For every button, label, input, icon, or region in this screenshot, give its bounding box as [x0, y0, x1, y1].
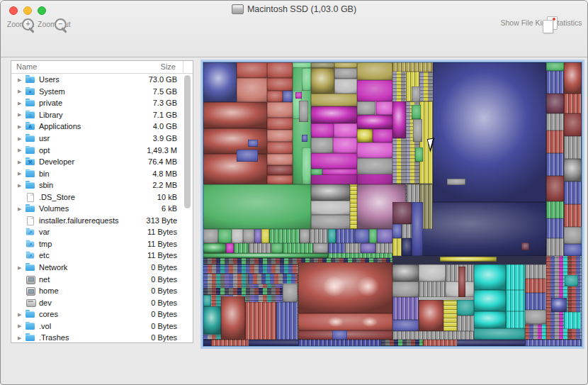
treemap-block[interactable]	[311, 169, 322, 175]
treemap-block[interactable]	[546, 153, 564, 176]
treemap-block[interactable]	[457, 300, 474, 316]
column-divider[interactable]	[183, 61, 183, 73]
treemap-block[interactable]	[311, 123, 334, 138]
treemap-block[interactable]	[345, 243, 360, 253]
treemap-block[interactable]	[295, 92, 302, 99]
scrollbar-thumb[interactable]	[184, 75, 191, 208]
treemap-block[interactable]	[525, 340, 582, 346]
treemap-block[interactable]	[311, 201, 351, 215]
treemap-block[interactable]	[564, 204, 582, 227]
treemap-block[interactable]	[357, 62, 392, 80]
list-item[interactable]: net0 Bytes	[11, 273, 193, 285]
treemap-block[interactable]	[525, 293, 546, 310]
treemap-block[interactable]	[392, 281, 419, 297]
treemap-block[interactable]	[564, 94, 582, 113]
treemap-block[interactable]	[249, 243, 271, 253]
list-item[interactable]: ▶private7.3 GB	[11, 97, 193, 109]
treemap-block[interactable]	[203, 253, 328, 258]
disclosure-triangle-icon[interactable]: ▶	[18, 89, 24, 94]
treemap-block[interactable]	[525, 324, 546, 340]
treemap-block[interactable]	[357, 115, 392, 129]
treemap-block[interactable]	[310, 229, 329, 243]
treemap-block[interactable]	[302, 68, 311, 91]
treemap-block[interactable]	[302, 147, 311, 184]
treemap-block[interactable]	[412, 105, 421, 119]
treemap-block[interactable]	[564, 227, 582, 244]
list-item[interactable]: home0 Bytes	[11, 285, 193, 297]
treemap-block[interactable]	[203, 295, 211, 306]
treemap-block[interactable]	[413, 119, 422, 142]
treemap-block[interactable]	[457, 316, 474, 331]
treemap-block[interactable]	[203, 184, 311, 229]
disclosure-triangle-icon[interactable]: ▶	[18, 136, 24, 141]
treemap-block[interactable]	[506, 311, 525, 328]
treemap-block[interactable]	[565, 275, 578, 286]
treemap-block[interactable]	[564, 113, 582, 136]
list-item[interactable]: ▶.Trashes0 Bytes	[11, 332, 193, 343]
disclosure-triangle-icon[interactable]: ▶	[18, 112, 24, 117]
treemap-block[interactable]	[361, 243, 375, 253]
list-item[interactable]: ▶×System7.5 GB	[11, 86, 193, 98]
treemap-block[interactable]	[267, 175, 293, 184]
list-item[interactable]: ▶cores0 Bytes	[11, 308, 193, 320]
treemap-block[interactable]	[357, 143, 392, 158]
treemap-block[interactable]	[203, 306, 221, 335]
treemap-block[interactable]	[546, 238, 564, 256]
list-item[interactable]: ▶○Users73.0 GB	[11, 74, 193, 86]
treemap-block[interactable]	[412, 202, 423, 256]
treemap-block[interactable]	[311, 68, 335, 94]
treemap-block[interactable]	[311, 153, 357, 169]
treemap-block[interactable]	[525, 310, 546, 324]
treemap-block[interactable]	[271, 243, 283, 253]
treemap-block[interactable]	[313, 243, 328, 253]
treemap-block[interactable]	[267, 142, 293, 154]
treemap-block[interactable]	[392, 62, 433, 72]
treemap-block[interactable]	[234, 243, 249, 253]
treemap-block[interactable]	[300, 229, 309, 243]
treemap-block[interactable]	[392, 264, 419, 281]
list-item[interactable]: ▶Network0 Bytes	[11, 262, 193, 274]
treemap-block[interactable]	[311, 215, 351, 229]
treemap-block[interactable]	[298, 340, 381, 346]
treemap-block[interactable]	[334, 68, 357, 79]
column-header-name[interactable]: Name	[16, 62, 37, 71]
treemap-block[interactable]	[546, 113, 564, 130]
treemap-block[interactable]	[299, 101, 309, 122]
treemap-block[interactable]	[218, 229, 232, 243]
list-item[interactable]: ↗tmp11 Bytes	[11, 238, 193, 250]
treemap-block[interactable]	[267, 91, 283, 102]
treemap-block[interactable]	[447, 179, 465, 185]
list-item[interactable]: ▶sbin2.2 MB	[11, 179, 193, 191]
treemap-block[interactable]	[328, 253, 392, 258]
list-item[interactable]: dev0 Bytes	[11, 296, 193, 308]
list-header[interactable]: Name Size	[11, 61, 193, 74]
disclosure-triangle-icon[interactable]: ▶	[18, 77, 24, 82]
treemap-block[interactable]	[237, 78, 267, 102]
treemap-block[interactable]	[267, 130, 293, 142]
treemap-block[interactable]	[203, 243, 226, 253]
treemap-block[interactable]	[332, 330, 347, 340]
disclosure-triangle-icon[interactable]: ▶	[18, 183, 24, 188]
treemap-block[interactable]	[357, 101, 376, 115]
treemap-block[interactable]	[564, 159, 582, 182]
treemap-block[interactable]	[334, 123, 357, 138]
treemap-block[interactable]	[392, 320, 419, 331]
list-item[interactable]: ▶Volumes6 kB	[11, 203, 193, 215]
treemap-block[interactable]	[458, 267, 465, 297]
treemap-block[interactable]	[392, 202, 412, 224]
treemap-block[interactable]	[322, 169, 357, 175]
treemap-block[interactable]	[377, 229, 392, 243]
treemap-block[interactable]	[546, 94, 564, 113]
treemap-block[interactable]	[237, 62, 267, 78]
treemap-block[interactable]	[525, 264, 546, 279]
zoom-out-button[interactable]: − Zoom Out	[38, 18, 69, 28]
treemap-block[interactable]	[328, 229, 336, 243]
treemap-block[interactable]	[355, 229, 369, 243]
column-header-size[interactable]: Size	[161, 62, 176, 71]
treemap-block[interactable]	[267, 154, 293, 165]
treemap-block[interactable]	[369, 229, 377, 243]
disclosure-triangle-icon[interactable]: ▶	[18, 171, 24, 176]
treemap-block[interactable]	[249, 274, 298, 284]
treemap-block[interactable]	[415, 147, 423, 162]
treemap-block[interactable]	[311, 106, 357, 123]
